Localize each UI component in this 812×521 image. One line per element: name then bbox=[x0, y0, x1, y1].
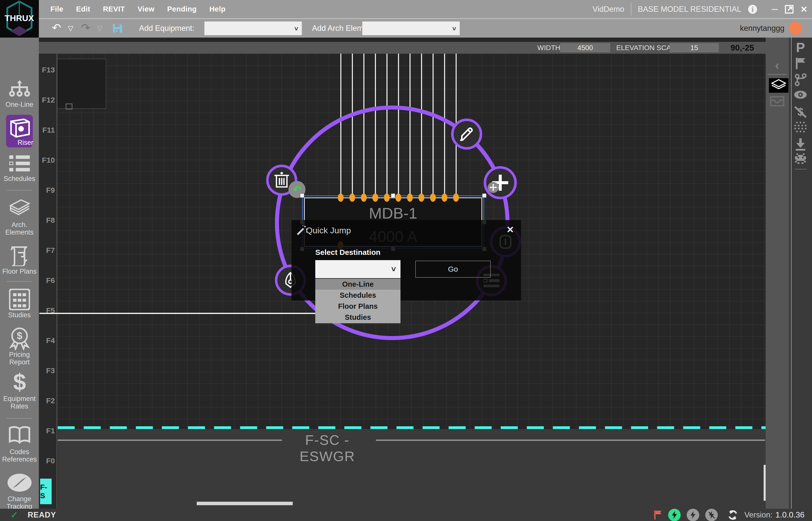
rail-divider bbox=[795, 169, 807, 169]
restore-button[interactable] bbox=[785, 4, 794, 14]
git-branch-icon[interactable] bbox=[789, 73, 812, 86]
width-label: WIDTH bbox=[537, 42, 560, 54]
sidebar-item-change-tracking[interactable]: Change bbox=[0, 495, 39, 503]
selection-handle[interactable] bbox=[482, 194, 487, 198]
power-status-idle-icon[interactable] bbox=[687, 509, 699, 521]
connection-dot[interactable] bbox=[442, 194, 447, 202]
toolbar: ↶ ▽ ↷ ▽ Add Equipment: ˅ Add Arch Elemen… bbox=[39, 18, 812, 38]
add-button[interactable] bbox=[484, 166, 517, 199]
layers-button[interactable] bbox=[769, 78, 788, 93]
title-bar: File Edit REVIT View Pending Help VidDem… bbox=[39, 0, 812, 18]
codes-references-icon[interactable] bbox=[0, 426, 39, 445]
download-icon[interactable] bbox=[789, 138, 812, 151]
power-status-off-icon[interactable] bbox=[705, 509, 718, 521]
connection-dot[interactable] bbox=[361, 194, 367, 202]
sidebar-item-one-line[interactable]: One-Line bbox=[0, 101, 39, 109]
connection-dot[interactable] bbox=[396, 194, 401, 202]
riser-canvas[interactable]: F13F12F11F10F9F8F7F6F5F4F3F2F1F0 F-S F-S… bbox=[39, 38, 766, 509]
connection-dot[interactable] bbox=[373, 194, 378, 202]
svg-text:$: $ bbox=[13, 370, 26, 394]
sidebar-item-arch-elements-2[interactable]: Elements bbox=[0, 229, 39, 236]
move-handle[interactable] bbox=[488, 182, 499, 193]
add-equipment-label: Add Equipment: bbox=[139, 19, 195, 38]
flag-icon[interactable] bbox=[789, 57, 812, 70]
connection-dot[interactable] bbox=[419, 194, 424, 202]
connection-dot[interactable] bbox=[407, 194, 413, 202]
width-input[interactable]: 4500 bbox=[560, 43, 610, 52]
dialog-title: Quick Jump bbox=[306, 226, 351, 235]
left-sidebar: One-Line Riser Schedules Arch. Elements … bbox=[0, 38, 39, 509]
sidebar-item-pricing-report-2[interactable]: Report bbox=[0, 358, 39, 366]
panel-p-icon[interactable]: P bbox=[789, 40, 812, 55]
menu-revit[interactable]: REVIT bbox=[103, 0, 125, 18]
one-line-icon[interactable] bbox=[0, 80, 39, 101]
sidebar-item-codes-references[interactable]: Codes bbox=[0, 448, 39, 456]
avatar[interactable] bbox=[789, 22, 802, 35]
floor-plans-icon[interactable] bbox=[0, 245, 39, 266]
option-one-line[interactable]: One-Line bbox=[315, 279, 401, 290]
edit-button[interactable] bbox=[451, 118, 482, 150]
dialog-close-icon[interactable]: ✕ bbox=[506, 225, 514, 235]
option-studies[interactable]: Studies bbox=[315, 312, 401, 323]
selection-handle[interactable] bbox=[300, 194, 304, 198]
project-name: VidDemo bbox=[592, 5, 624, 14]
selection-handle[interactable] bbox=[391, 194, 395, 198]
grid-toggle-icon[interactable] bbox=[789, 121, 812, 134]
sidebar-item-schedules[interactable]: Schedules bbox=[0, 175, 39, 183]
visibility-eye-icon[interactable] bbox=[789, 90, 812, 99]
redo-button[interactable]: ↷ bbox=[81, 19, 90, 37]
menu-view[interactable]: View bbox=[138, 0, 155, 18]
redo-dropdown-icon[interactable]: ▽ bbox=[97, 19, 103, 38]
change-tracking-icon[interactable] bbox=[0, 472, 39, 494]
sidebar-item-floor-plans[interactable]: Floor Plans bbox=[0, 268, 39, 275]
svg-text:i: i bbox=[751, 5, 753, 13]
model-name: BASE MODEL RESIDENTIAL bbox=[638, 5, 741, 14]
inbox-icon[interactable] bbox=[766, 96, 789, 107]
svg-text:$: $ bbox=[17, 330, 22, 341]
pricing-report-icon[interactable]: $ bbox=[0, 326, 39, 350]
power-status-on-icon[interactable] bbox=[668, 509, 681, 521]
option-floor-plans[interactable]: Floor Plans bbox=[315, 301, 401, 312]
connection-dot[interactable] bbox=[338, 194, 344, 202]
status-flag-icon[interactable] bbox=[654, 510, 662, 520]
close-window-button[interactable]: ✕ bbox=[800, 4, 808, 14]
add-arch-select[interactable]: ˅ bbox=[362, 21, 460, 35]
undo-dropdown-icon[interactable]: ▽ bbox=[68, 19, 73, 38]
arch-elements-icon[interactable] bbox=[0, 198, 39, 220]
rail-divider bbox=[768, 74, 787, 75]
sidebar-item-riser[interactable]: Riser bbox=[6, 115, 33, 148]
menu-edit[interactable]: Edit bbox=[76, 0, 90, 18]
connection-dot[interactable] bbox=[384, 194, 390, 202]
sidebar-item-pricing-report[interactable]: Pricing bbox=[0, 351, 39, 359]
elevation-scale-input[interactable]: 15 bbox=[670, 43, 719, 52]
version-value: 1.0.0.36 bbox=[775, 510, 805, 520]
menu-pending[interactable]: Pending bbox=[167, 0, 197, 18]
connection-dot[interactable] bbox=[453, 194, 459, 202]
sidebar-item-studies[interactable]: Studies bbox=[0, 311, 39, 319]
equipment-rates-icon[interactable]: $ bbox=[0, 370, 39, 394]
go-button[interactable]: Go bbox=[415, 260, 491, 278]
undo-button[interactable]: ↶ bbox=[52, 19, 61, 37]
info-icon[interactable]: i bbox=[748, 4, 758, 14]
collapse-chevron-icon[interactable]: ‹ bbox=[766, 58, 789, 73]
destination-select[interactable]: ˅ bbox=[315, 260, 401, 278]
connection-dot[interactable] bbox=[430, 194, 436, 202]
sidebar-item-equipment-rates[interactable]: Equipment bbox=[0, 395, 39, 403]
add-equipment-select[interactable]: ˅ bbox=[204, 21, 302, 35]
sidebar-item-codes-references-2[interactable]: References bbox=[0, 456, 39, 463]
menu-file[interactable]: File bbox=[50, 0, 63, 18]
connection-dot[interactable] bbox=[349, 194, 355, 202]
hide-pricing-icon[interactable]: $ bbox=[789, 105, 812, 119]
option-schedules[interactable]: Schedules bbox=[315, 290, 401, 301]
app-right-rail: P $ bbox=[789, 38, 812, 509]
debug-invader-icon[interactable] bbox=[789, 153, 812, 164]
sidebar-item-arch-elements[interactable]: Arch. bbox=[0, 221, 39, 229]
sidebar-item-equipment-rates-2[interactable]: Rates bbox=[0, 403, 39, 410]
menu-help[interactable]: Help bbox=[209, 0, 226, 18]
minimize-button[interactable]: ─ bbox=[772, 4, 778, 14]
studies-icon[interactable] bbox=[0, 289, 39, 310]
schedules-icon[interactable] bbox=[0, 155, 39, 172]
save-icon[interactable] bbox=[112, 23, 123, 34]
select-destination-label: Select Destination bbox=[315, 248, 380, 257]
sync-icon[interactable] bbox=[727, 509, 738, 521]
